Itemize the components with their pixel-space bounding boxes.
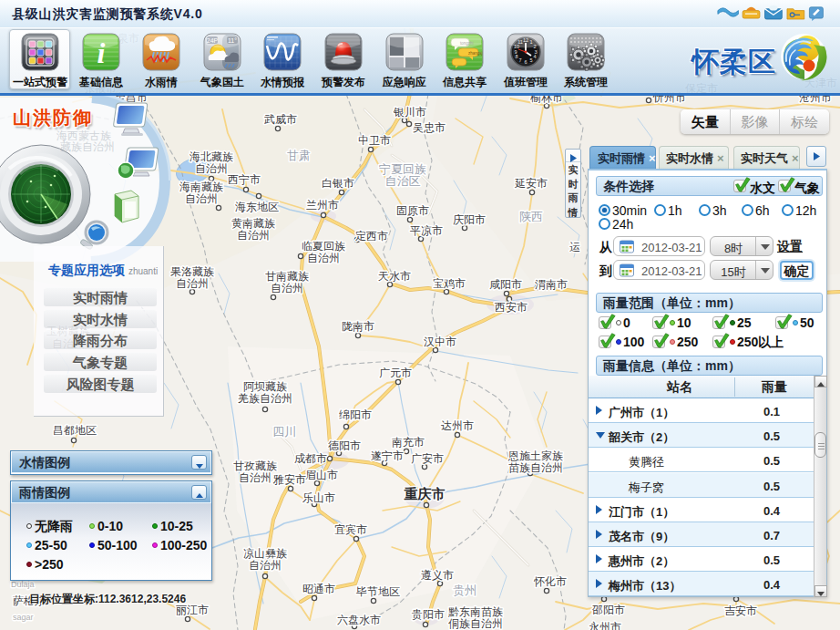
svg-text:延安市: 延安市 [514, 177, 548, 190]
svg-text:宜宾市: 宜宾市 [334, 523, 367, 536]
svg-text:7: 7 [518, 57, 521, 63]
svg-text:昌都地区: 昌都地区 [53, 424, 97, 437]
svg-text:武威市: 武威市 [264, 113, 297, 126]
svg-text:自治州: 自治州 [307, 252, 340, 264]
svg-text:天水市: 天水市 [378, 270, 411, 283]
svg-text:4: 4 [533, 54, 536, 59]
svg-text:怀化市: 怀化市 [533, 575, 567, 588]
svg-text:甘南藏族: 甘南藏族 [265, 270, 309, 283]
svg-text:西安市: 西安市 [495, 301, 528, 314]
svg-text:渭南市: 渭南市 [535, 278, 568, 291]
svg-text:贵州: 贵州 [453, 584, 476, 597]
svg-text:平凉市: 平凉市 [410, 224, 443, 237]
svg-text:自治区: 自治区 [385, 174, 421, 188]
svg-text:自治州: 自治州 [237, 229, 270, 242]
svg-text:吴忠市: 吴忠市 [413, 121, 446, 134]
svg-text:广安市: 广安市 [411, 452, 444, 465]
svg-text:中卫市: 中卫市 [358, 134, 391, 147]
svg-text:六盘水市: 六盘水市 [337, 614, 381, 626]
svg-text:吉安市: 吉安市 [724, 604, 757, 617]
svg-text:德阳市: 德阳市 [328, 439, 361, 452]
svg-text:永州市: 永州市 [589, 621, 621, 630]
svg-text:西宁市: 西宁市 [228, 173, 261, 186]
svg-text:自治州: 自治州 [271, 282, 303, 294]
svg-text:9: 9 [514, 49, 517, 55]
svg-text:白银市: 白银市 [322, 177, 354, 190]
svg-text:果洛藏族: 果洛藏族 [170, 265, 214, 278]
svg-text:自治州: 自治州 [239, 471, 271, 484]
svg-text:苗族自治州: 苗族自治州 [508, 461, 563, 474]
svg-text:广元市: 广元市 [379, 367, 412, 379]
svg-text:眉山市: 眉山市 [305, 469, 338, 481]
svg-text:雅安市: 雅安市 [272, 473, 306, 486]
svg-text:Dulaja: Dulaja [11, 580, 35, 589]
svg-text:银川市: 银川市 [393, 106, 426, 119]
svg-text:绵阳市: 绵阳市 [339, 408, 372, 421]
svg-text:贵阳市: 贵阳市 [412, 608, 445, 621]
svg-text:5: 5 [529, 57, 532, 63]
svg-text:阿坝藏族: 阿坝藏族 [243, 380, 287, 393]
svg-text:遂宁市: 遂宁市 [371, 449, 404, 462]
svg-text:达州市: 达州市 [441, 419, 474, 432]
svg-text:兰州市: 兰州市 [306, 199, 339, 212]
svg-text:自治州: 自治州 [185, 192, 218, 205]
svg-text:凉山彝族: 凉山彝族 [243, 547, 287, 560]
svg-text:咸阳市: 咸阳市 [489, 278, 522, 291]
svg-text:6: 6 [524, 59, 527, 65]
svg-text:恩施土家族: 恩施土家族 [507, 449, 563, 462]
svg-text:侗族自治州: 侗族自治州 [448, 617, 503, 630]
svg-text:自治州: 自治州 [176, 277, 209, 290]
svg-text:海北藏族: 海北藏族 [190, 150, 233, 163]
svg-text:海东地区: 海东地区 [235, 201, 279, 213]
svg-text:四川: 四川 [272, 425, 296, 439]
svg-text:遵义市: 遵义市 [421, 569, 454, 582]
svg-text:成都市: 成都市 [294, 452, 327, 465]
svg-text:黔东南苗族: 黔东南苗族 [448, 605, 503, 618]
svg-text:海南藏族: 海南藏族 [179, 181, 223, 193]
svg-text:临夏回族: 临夏回族 [302, 240, 345, 253]
svg-text:毕节地区: 毕节地区 [356, 585, 400, 598]
svg-text:运: 运 [569, 241, 580, 253]
svg-text:南充市: 南充市 [392, 436, 425, 449]
svg-text:乐山市: 乐山市 [302, 491, 335, 504]
svg-text:重庆市: 重庆市 [405, 486, 446, 501]
svg-text:自治州: 自治州 [249, 559, 282, 572]
svg-text:汉中市: 汉中市 [424, 336, 456, 348]
svg-text:定西市: 定西市 [355, 230, 388, 243]
svg-text:陇南市: 陇南市 [342, 320, 374, 333]
svg-text:自治州: 自治州 [195, 162, 228, 175]
svg-text:庆阳市: 庆阳市 [453, 213, 486, 226]
svg-text:甘肃: 甘肃 [287, 149, 311, 162]
svg-text:藏族自治州: 藏族自治州 [60, 140, 115, 153]
svg-text:邵阳市: 邵阳市 [591, 604, 625, 616]
svg-text:宝鸡市: 宝鸡市 [433, 277, 466, 290]
svg-text:zhangsj: zhangsj [468, 51, 483, 56]
svg-text:固原市: 固原市 [396, 204, 429, 217]
svg-text:陕西: 陕西 [519, 210, 543, 223]
svg-text:黄南藏族: 黄南藏族 [231, 217, 275, 230]
svg-text:甘孜藏族: 甘孜藏族 [233, 460, 277, 472]
svg-text:羌族自治州: 羌族自治州 [238, 392, 292, 405]
svg-text:昭通市: 昭通市 [302, 583, 335, 595]
svg-text:sagar: sagar [13, 613, 34, 622]
